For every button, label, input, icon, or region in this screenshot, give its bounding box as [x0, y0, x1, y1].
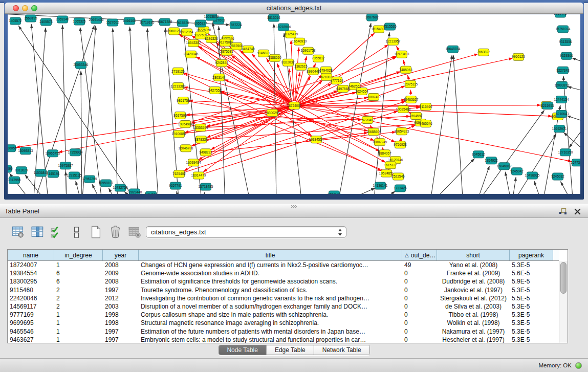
- graph-node[interactable]: 16210022: [319, 73, 334, 80]
- delete-icon[interactable]: [108, 225, 122, 239]
- graph-node[interactable]: 19463627: [404, 96, 419, 103]
- graph-node[interactable]: 15093813: [18, 147, 33, 155]
- column-header-name[interactable]: name: [8, 250, 54, 260]
- table-row[interactable]: 1938455462009Genome-wide association stu…: [8, 269, 559, 277]
- graph-node[interactable]: 22420046: [184, 51, 199, 58]
- citation-edge-black[interactable]: [130, 27, 138, 194]
- graph-node[interactable]: 12093872: [555, 81, 570, 89]
- graph-node[interactable]: 8454749: [242, 46, 255, 53]
- citation-edge-red[interactable]: [195, 57, 386, 163]
- citation-edge-red[interactable]: [299, 100, 405, 105]
- citation-edge-red[interactable]: [396, 46, 399, 51]
- graph-node[interactable]: 2522546: [391, 173, 405, 180]
- graph-node[interactable]: 2875685: [220, 48, 233, 55]
- delete-table-icon[interactable]: [128, 225, 142, 239]
- citation-edge-red[interactable]: [382, 147, 383, 149]
- graph-node[interactable]: 15718485: [199, 183, 213, 190]
- citation-edge-black[interactable]: [80, 27, 102, 194]
- graph-node[interactable]: 12823448: [127, 189, 142, 194]
- graph-node[interactable]: 19106857: [172, 130, 187, 138]
- graph-node[interactable]: 18807249: [373, 139, 387, 146]
- graph-node[interactable]: 2718126: [171, 68, 185, 75]
- table-row[interactable]: 911546021997Tourette syndrome. Phenomeno…: [8, 286, 559, 294]
- graph-node[interactable]: 12710350: [558, 149, 573, 156]
- graph-node[interactable]: 16648784: [446, 46, 461, 53]
- graph-node[interactable]: 19384554: [309, 136, 324, 143]
- citation-edge-red[interactable]: [196, 57, 290, 103]
- citation-edge-black[interactable]: [165, 28, 179, 194]
- graph-node[interactable]: 9960123: [512, 53, 525, 60]
- graph-node[interactable]: 15353594: [193, 124, 208, 132]
- graph-node[interactable]: 16210643: [554, 111, 569, 118]
- new-document-icon[interactable]: [89, 225, 103, 239]
- graph-node[interactable]: 10958107: [99, 180, 114, 187]
- graph-node[interactable]: 9657791: [169, 182, 182, 189]
- graph-node[interactable]: 7515526: [383, 23, 397, 30]
- citation-edge-black[interactable]: [505, 172, 511, 194]
- graph-node[interactable]: 8912954: [180, 29, 193, 36]
- graph-node[interactable]: 19854984: [178, 121, 193, 128]
- citation-edge-red[interactable]: [403, 60, 405, 65]
- column-header-title[interactable]: title: [139, 250, 402, 260]
- graph-node[interactable]: 1677345: [571, 159, 580, 166]
- network-view-canvas[interactable]: 1872400718300295896012389129541522605891…: [8, 14, 580, 194]
- citation-edge-black[interactable]: [82, 26, 96, 194]
- citation-edge-black[interactable]: [342, 188, 375, 194]
- graph-node[interactable]: 16914479: [191, 172, 206, 179]
- citation-edge-red[interactable]: [377, 137, 378, 138]
- graph-node[interactable]: 14136141: [373, 182, 388, 189]
- column-header-pagerank[interactable]: pagerank: [510, 250, 553, 260]
- column-header-year[interactable]: year: [103, 250, 139, 260]
- citation-edge-black[interactable]: [572, 58, 580, 62]
- citation-edge-black[interactable]: [430, 55, 452, 194]
- graph-node[interactable]: 9227343: [556, 67, 570, 74]
- select-rows-icon[interactable]: [50, 225, 64, 239]
- graph-node[interactable]: 19218506: [276, 24, 291, 31]
- graph-node[interactable]: 9427552: [208, 86, 222, 94]
- graph-node[interactable]: 15720407: [360, 117, 375, 124]
- column-header-short[interactable]: short: [437, 250, 510, 260]
- citation-edge-black[interactable]: [284, 33, 301, 194]
- citation-edge-black[interactable]: [512, 177, 516, 194]
- table-row[interactable]: 1830029562008Estimation of significance …: [8, 277, 559, 286]
- graph-node[interactable]: 1065327: [194, 20, 207, 27]
- graph-node[interactable]: 1733426: [394, 185, 407, 192]
- citation-edge-black[interactable]: [477, 166, 489, 194]
- citation-edge-black[interactable]: [560, 182, 571, 194]
- column-header-out_de[interactable]: △out_de…: [402, 250, 437, 260]
- graph-node[interactable]: 18300295: [265, 110, 280, 117]
- graph-node[interactable]: 7625402: [172, 170, 186, 178]
- citation-edge-red[interactable]: [406, 125, 416, 129]
- graph-node[interactable]: 19654923: [395, 128, 409, 135]
- graph-node[interactable]: 16782759: [113, 184, 128, 191]
- graph-node[interactable]: 16671388: [158, 18, 172, 26]
- table-body[interactable]: 1872400712008Changes of HCN gene express…: [8, 261, 559, 343]
- graph-node[interactable]: 10496035: [525, 172, 540, 179]
- citation-edge-black[interactable]: [563, 76, 573, 194]
- citation-edge-black[interactable]: [203, 192, 205, 194]
- tab-network-table[interactable]: Network Table: [314, 345, 369, 355]
- graph-node[interactable]: 9245032: [551, 173, 564, 180]
- graph-node[interactable]: 16640910: [292, 38, 307, 45]
- graph-node[interactable]: 18724007: [287, 102, 302, 109]
- graph-node[interactable]: 17957255: [82, 176, 97, 183]
- graph-node[interactable]: 16543382: [186, 39, 201, 47]
- graph-node[interactable]: 9651132: [328, 191, 341, 194]
- graph-node[interactable]: 16046788: [179, 145, 193, 152]
- graph-node[interactable]: 8990448: [307, 68, 320, 75]
- graph-node[interactable]: 12935135: [67, 172, 82, 179]
- table-scrollbar[interactable]: [559, 261, 568, 343]
- citation-edge-black[interactable]: [453, 55, 463, 194]
- graph-node[interactable]: 16961758: [301, 47, 316, 54]
- citation-edge-black[interactable]: [569, 126, 580, 148]
- graph-node[interactable]: 7694597: [409, 113, 423, 120]
- graph-node[interactable]: 9861759: [177, 97, 190, 104]
- graph-node[interactable]: 10025488: [396, 106, 411, 113]
- graph-node[interactable]: 9242844: [215, 59, 228, 67]
- graph-node[interactable]: 1362615: [294, 63, 308, 70]
- column-header-in_degree[interactable]: in_degree: [54, 250, 103, 260]
- graph-node[interactable]: 9498222: [199, 149, 212, 156]
- graph-node[interactable]: 8045612: [472, 151, 485, 158]
- citation-edge-black[interactable]: [534, 181, 541, 194]
- graph-node[interactable]: 20053346: [74, 61, 89, 69]
